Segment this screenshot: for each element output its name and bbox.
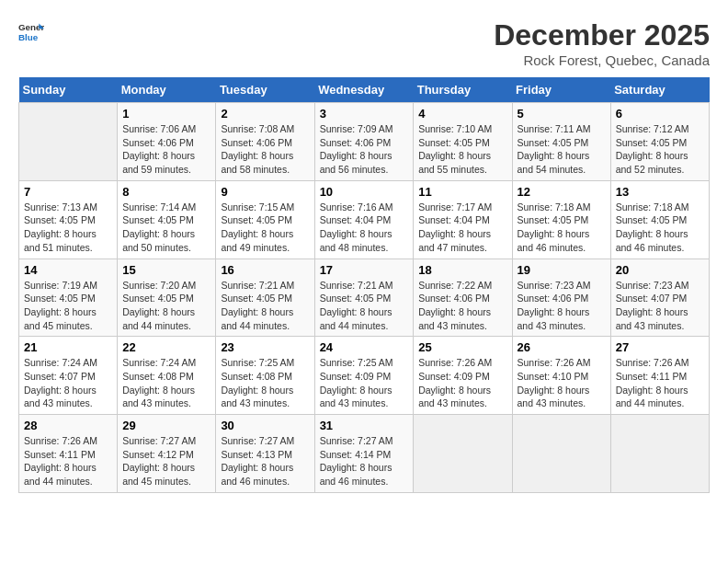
day-number: 1 [122,107,210,121]
day-number: 4 [418,107,506,121]
day-number: 13 [616,185,704,199]
day-number: 8 [122,185,210,199]
logo: General Blue [18,18,44,44]
day-number: 16 [221,263,309,277]
day-info: Sunrise: 7:24 AMSunset: 4:08 PMDaylight:… [122,356,210,410]
calendar-cell: 28Sunrise: 7:26 AMSunset: 4:11 PMDayligh… [19,415,118,493]
day-info: Sunrise: 7:26 AMSunset: 4:11 PMDaylight:… [616,356,704,410]
day-info: Sunrise: 7:16 AMSunset: 4:04 PMDaylight:… [320,201,409,255]
day-info: Sunrise: 7:27 AMSunset: 4:12 PMDaylight:… [122,434,210,488]
day-info: Sunrise: 7:17 AMSunset: 4:04 PMDaylight:… [418,201,506,255]
day-info: Sunrise: 7:12 AMSunset: 4:05 PMDaylight:… [616,122,704,177]
calendar-cell: 19Sunrise: 7:23 AMSunset: 4:06 PMDayligh… [512,259,610,337]
calendar-cell: 10Sunrise: 7:16 AMSunset: 4:04 PMDayligh… [314,180,414,259]
day-info: Sunrise: 7:11 AMSunset: 4:05 PMDaylight:… [518,122,606,177]
day-number: 2 [221,107,309,121]
day-number: 6 [616,107,704,121]
day-number: 23 [221,340,309,354]
day-number: 21 [24,340,112,354]
day-info: Sunrise: 7:27 AMSunset: 4:13 PMDaylight:… [221,434,309,488]
calendar-cell: 4Sunrise: 7:10 AMSunset: 4:05 PMDaylight… [414,103,512,181]
calendar-cell: 27Sunrise: 7:26 AMSunset: 4:11 PMDayligh… [610,337,709,415]
calendar-cell: 15Sunrise: 7:20 AMSunset: 4:05 PMDayligh… [118,259,216,337]
calendar-cell: 12Sunrise: 7:18 AMSunset: 4:05 PMDayligh… [512,180,610,259]
day-number: 9 [221,185,309,199]
calendar-cell: 23Sunrise: 7:25 AMSunset: 4:08 PMDayligh… [216,337,314,415]
calendar-cell: 20Sunrise: 7:23 AMSunset: 4:07 PMDayligh… [610,259,709,337]
day-info: Sunrise: 7:14 AMSunset: 4:05 PMDaylight:… [122,201,210,255]
day-number: 27 [616,340,704,354]
calendar-cell: 25Sunrise: 7:26 AMSunset: 4:09 PMDayligh… [414,337,512,415]
svg-text:Blue: Blue [18,32,39,42]
day-number: 22 [122,340,210,354]
day-info: Sunrise: 7:23 AMSunset: 4:06 PMDaylight:… [518,279,606,333]
calendar-cell [610,415,709,493]
calendar-header: SundayMondayTuesdayWednesdayThursdayFrid… [19,77,710,103]
calendar-cell: 3Sunrise: 7:09 AMSunset: 4:06 PMDaylight… [314,103,414,181]
day-info: Sunrise: 7:26 AMSunset: 4:10 PMDaylight:… [518,356,606,410]
day-number: 28 [24,419,112,432]
day-number: 11 [418,185,506,199]
day-info: Sunrise: 7:23 AMSunset: 4:07 PMDaylight:… [616,279,704,333]
page-header: General Blue December 2025 Rock Forest, … [18,18,710,68]
day-info: Sunrise: 7:18 AMSunset: 4:05 PMDaylight:… [616,201,704,255]
calendar-cell: 11Sunrise: 7:17 AMSunset: 4:04 PMDayligh… [414,180,512,259]
day-info: Sunrise: 7:24 AMSunset: 4:07 PMDaylight:… [24,356,112,410]
calendar-cell: 31Sunrise: 7:27 AMSunset: 4:14 PMDayligh… [314,415,414,493]
calendar-cell: 22Sunrise: 7:24 AMSunset: 4:08 PMDayligh… [118,337,216,415]
calendar-week-2: 7Sunrise: 7:13 AMSunset: 4:05 PMDaylight… [19,180,710,259]
calendar-cell: 17Sunrise: 7:21 AMSunset: 4:05 PMDayligh… [314,259,414,337]
day-number: 10 [320,185,409,199]
title-block: December 2025 Rock Forest, Quebec, Canad… [494,18,710,68]
day-info: Sunrise: 7:10 AMSunset: 4:05 PMDaylight:… [418,122,506,177]
day-number: 15 [122,263,210,277]
weekday-header-row: SundayMondayTuesdayWednesdayThursdayFrid… [19,77,710,103]
calendar-cell [19,103,118,181]
calendar-week-5: 28Sunrise: 7:26 AMSunset: 4:11 PMDayligh… [19,415,710,493]
calendar-cell: 6Sunrise: 7:12 AMSunset: 4:05 PMDaylight… [610,103,709,181]
weekday-header-monday: Monday [118,77,216,103]
day-info: Sunrise: 7:18 AMSunset: 4:05 PMDaylight:… [518,201,606,255]
calendar-week-4: 21Sunrise: 7:24 AMSunset: 4:07 PMDayligh… [19,337,710,415]
day-info: Sunrise: 7:13 AMSunset: 4:05 PMDaylight:… [24,201,112,255]
logo-icon: General Blue [18,18,44,44]
day-info: Sunrise: 7:26 AMSunset: 4:11 PMDaylight:… [24,434,112,488]
day-number: 30 [221,419,309,432]
day-info: Sunrise: 7:21 AMSunset: 4:05 PMDaylight:… [221,279,309,333]
day-info: Sunrise: 7:06 AMSunset: 4:06 PMDaylight:… [122,122,210,177]
day-info: Sunrise: 7:26 AMSunset: 4:09 PMDaylight:… [418,356,506,410]
calendar-cell: 5Sunrise: 7:11 AMSunset: 4:05 PMDaylight… [512,103,610,181]
day-number: 17 [320,263,409,277]
calendar-cell: 30Sunrise: 7:27 AMSunset: 4:13 PMDayligh… [216,415,314,493]
calendar-cell: 8Sunrise: 7:14 AMSunset: 4:05 PMDaylight… [118,180,216,259]
day-number: 14 [24,263,112,277]
day-info: Sunrise: 7:25 AMSunset: 4:09 PMDaylight:… [320,356,409,410]
calendar-cell [414,415,512,493]
calendar-cell: 26Sunrise: 7:26 AMSunset: 4:10 PMDayligh… [512,337,610,415]
day-number: 12 [518,185,606,199]
day-number: 5 [518,107,606,121]
weekday-header-friday: Friday [512,77,610,103]
day-number: 20 [616,263,704,277]
day-number: 3 [320,107,409,121]
calendar-cell: 2Sunrise: 7:08 AMSunset: 4:06 PMDaylight… [216,103,314,181]
day-number: 18 [418,263,506,277]
day-number: 29 [122,419,210,432]
calendar-cell: 1Sunrise: 7:06 AMSunset: 4:06 PMDaylight… [118,103,216,181]
day-info: Sunrise: 7:19 AMSunset: 4:05 PMDaylight:… [24,279,112,333]
day-number: 24 [320,340,409,354]
calendar-cell: 29Sunrise: 7:27 AMSunset: 4:12 PMDayligh… [118,415,216,493]
day-number: 26 [518,340,606,354]
calendar-week-3: 14Sunrise: 7:19 AMSunset: 4:05 PMDayligh… [19,259,710,337]
calendar-cell: 16Sunrise: 7:21 AMSunset: 4:05 PMDayligh… [216,259,314,337]
day-info: Sunrise: 7:21 AMSunset: 4:05 PMDaylight:… [320,279,409,333]
calendar-week-1: 1Sunrise: 7:06 AMSunset: 4:06 PMDaylight… [19,103,710,181]
calendar-cell: 14Sunrise: 7:19 AMSunset: 4:05 PMDayligh… [19,259,118,337]
subtitle: Rock Forest, Quebec, Canada [494,52,710,68]
weekday-header-thursday: Thursday [414,77,512,103]
day-info: Sunrise: 7:20 AMSunset: 4:05 PMDaylight:… [122,279,210,333]
day-number: 7 [24,185,112,199]
calendar-cell: 9Sunrise: 7:15 AMSunset: 4:05 PMDaylight… [216,180,314,259]
weekday-header-tuesday: Tuesday [216,77,314,103]
calendar-body: 1Sunrise: 7:06 AMSunset: 4:06 PMDaylight… [19,103,710,493]
